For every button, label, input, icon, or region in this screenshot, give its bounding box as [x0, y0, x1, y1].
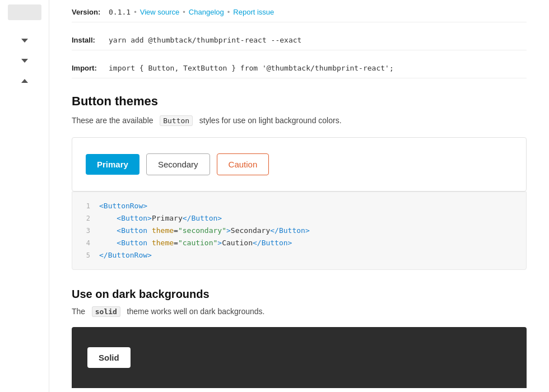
- chevron-down-icon-1: [21, 39, 28, 43]
- desc-suffix: styles for use on light background color…: [199, 116, 342, 125]
- main-content: Version: 0.1.1 • View source • Changelog…: [49, 0, 549, 392]
- line-code-4: <Button theme="caution">Caution</Button>: [99, 237, 292, 249]
- code-line-5: 5 </ButtonRow>: [81, 249, 517, 262]
- dot-1: •: [134, 8, 137, 16]
- install-label: Install:: [72, 36, 105, 44]
- caution-button[interactable]: Caution: [217, 153, 269, 175]
- version-label: Version:: [72, 8, 105, 16]
- secondary-button[interactable]: Secondary: [146, 153, 210, 175]
- import-label: Import:: [72, 64, 105, 72]
- dark-desc-prefix: The: [72, 307, 85, 316]
- line-num-4: 4: [81, 237, 90, 249]
- sidebar-chevron-3[interactable]: [13, 72, 36, 90]
- line-num-2: 2: [81, 213, 90, 224]
- view-source-link[interactable]: View source: [140, 8, 180, 16]
- button-themes-title: Button themes: [72, 94, 527, 109]
- primary-button[interactable]: Primary: [86, 154, 139, 175]
- line-num-3: 3: [81, 225, 90, 236]
- line-code-2: <Button>Primary</Button>: [99, 212, 222, 225]
- button-demo-box: Primary Secondary Caution: [72, 137, 527, 192]
- line-num-5: 5: [81, 250, 90, 261]
- dark-demo-box: Solid: [72, 327, 527, 388]
- sidebar: [0, 0, 49, 392]
- changelog-link[interactable]: Changelog: [189, 8, 224, 16]
- dot-2: •: [183, 8, 185, 16]
- chevron-down-icon-2: [21, 59, 28, 63]
- version-value: 0.1.1: [109, 8, 131, 16]
- dark-desc-suffix: theme works well on dark backgrounds.: [127, 307, 265, 316]
- dark-section-desc: The solid theme works well on dark backg…: [72, 305, 527, 318]
- version-row: Version: 0.1.1 • View source • Changelog…: [72, 0, 527, 22]
- line-num-1: 1: [81, 200, 90, 212]
- code-line-4: 4 <Button theme="caution">Caution</Butto…: [81, 237, 517, 249]
- dot-3: •: [227, 8, 230, 16]
- desc-prefix: These are the available: [72, 116, 153, 125]
- code-line-1: 1 <ButtonRow>: [81, 200, 517, 212]
- install-row: Install: yarn add @thumbtack/thumbprint-…: [72, 28, 527, 50]
- install-value: yarn add @thumbtack/thumbprint-react --e…: [109, 36, 301, 44]
- code-block: 1 <ButtonRow> 2 <Button>Primary</Button>…: [72, 192, 527, 270]
- button-themes-desc: These are the available Button styles fo…: [72, 114, 527, 127]
- line-code-3: <Button theme="secondary">Secondary</But…: [99, 225, 310, 237]
- chevron-up-icon-3: [21, 79, 28, 83]
- code-line-3: 3 <Button theme="secondary">Secondary</B…: [81, 225, 517, 237]
- app-layout: Version: 0.1.1 • View source • Changelog…: [0, 0, 549, 392]
- sidebar-chevron-2[interactable]: [13, 52, 36, 69]
- solid-button[interactable]: Solid: [87, 347, 131, 368]
- code-line-2: 2 <Button>Primary</Button>: [81, 212, 517, 225]
- import-row: Import: import { Button, TextButton } fr…: [72, 56, 527, 78]
- line-code-1: <ButtonRow>: [99, 200, 147, 212]
- import-value: import { Button, TextButton } from '@thu…: [109, 64, 394, 72]
- report-issue-link[interactable]: Report issue: [233, 8, 274, 16]
- sidebar-logo-placeholder: [8, 4, 41, 20]
- solid-code-tag: solid: [92, 306, 120, 317]
- button-code-tag: Button: [160, 115, 193, 126]
- line-code-5: </ButtonRow>: [99, 249, 152, 262]
- dark-section-title: Use on dark backgrounds: [72, 288, 527, 301]
- sidebar-chevron-1[interactable]: [13, 31, 36, 49]
